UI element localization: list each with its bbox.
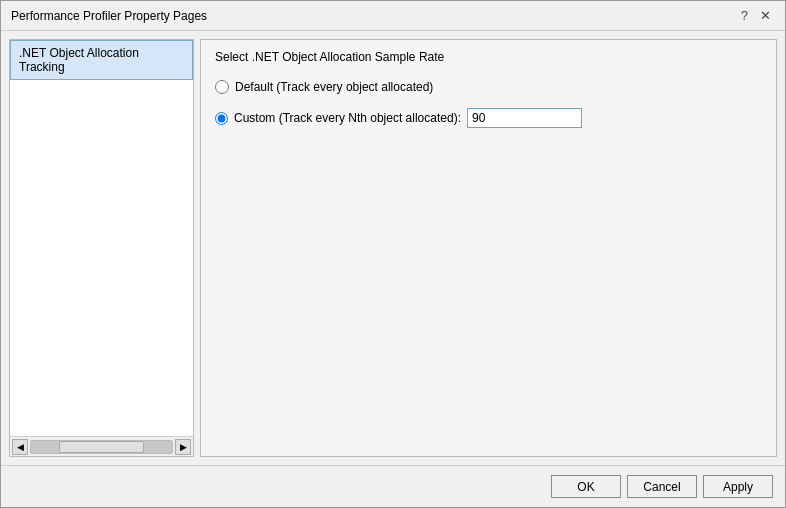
radio-custom[interactable] [215,112,228,125]
sidebar-item-net-allocation[interactable]: .NET Object Allocation Tracking [10,40,193,80]
scroll-thumb [59,441,144,453]
help-button[interactable]: ? [737,9,752,22]
title-bar: Performance Profiler Property Pages ? ✕ [1,1,785,31]
radio-row-default: Default (Track every object allocated) [215,80,762,94]
section-title: Select .NET Object Allocation Sample Rat… [215,50,762,64]
scroll-right-arrow[interactable]: ▶ [175,439,191,455]
title-bar-controls: ? ✕ [737,9,775,22]
dialog-body: .NET Object Allocation Tracking ◀ ▶ Sele… [1,31,785,465]
cancel-button[interactable]: Cancel [627,475,697,498]
radio-row-custom: Custom (Track every Nth object allocated… [215,108,762,128]
dialog: Performance Profiler Property Pages ? ✕ … [0,0,786,508]
custom-value-input[interactable] [467,108,582,128]
close-button[interactable]: ✕ [756,9,775,22]
radio-custom-label[interactable]: Custom (Track every Nth object allocated… [234,111,461,125]
right-panel: Select .NET Object Allocation Sample Rat… [200,39,777,457]
ok-button[interactable]: OK [551,475,621,498]
dialog-footer: OK Cancel Apply [1,465,785,507]
dialog-title: Performance Profiler Property Pages [11,9,207,23]
horizontal-scrollbar: ◀ ▶ [10,436,193,456]
left-panel: .NET Object Allocation Tracking ◀ ▶ [9,39,194,457]
scroll-left-arrow[interactable]: ◀ [12,439,28,455]
radio-default[interactable] [215,80,229,94]
radio-default-label[interactable]: Default (Track every object allocated) [235,80,433,94]
apply-button[interactable]: Apply [703,475,773,498]
scroll-track[interactable] [30,440,173,454]
